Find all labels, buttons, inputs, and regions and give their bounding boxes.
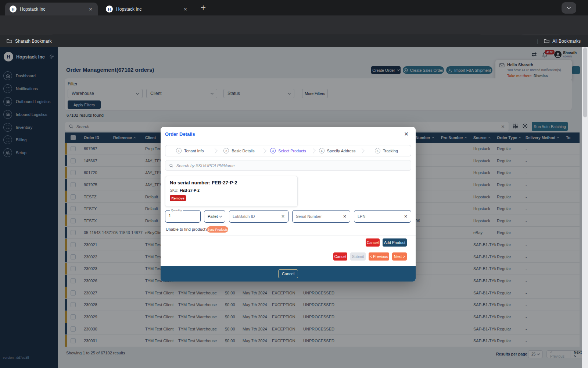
previous-step-button[interactable]: < Previous (369, 252, 389, 261)
chevron-down-icon (567, 7, 571, 10)
uom-value: Pallet (208, 214, 218, 219)
step-label: Specify Address (327, 149, 355, 153)
divider (161, 250, 416, 250)
quantity-label: Quantity (170, 209, 183, 212)
tab-title: Hopstack Inc (20, 7, 87, 12)
footer-cancel-button[interactable]: Cancel (278, 269, 298, 278)
divider (161, 141, 416, 141)
product-sku-row: SKU:FEB-27-P-2 (170, 188, 200, 192)
page-scrollbar[interactable] (582, 47, 588, 368)
sync-products-button[interactable]: Sync Products (207, 226, 228, 233)
close-icon[interactable]: × (404, 130, 409, 137)
step-number: 2 (223, 148, 229, 153)
step-number: 3 (270, 148, 276, 153)
quantity-field[interactable]: Quantity 1 (165, 209, 201, 223)
unable-to-find-text: Unable to find product? (166, 227, 208, 231)
sku-value: FEB-27-P-2 (180, 188, 199, 192)
bookmark-item[interactable]: Sharath Bookmark (15, 39, 51, 44)
clear-field-icon[interactable]: × (343, 214, 347, 219)
wizard-step[interactable]: 1 Tenant Info (165, 145, 215, 156)
serial-number-input[interactable]: Serial Number × (292, 210, 350, 223)
serial-number-placeholder: Serial Number (296, 214, 343, 219)
step-label: Select Products (278, 149, 306, 153)
tab-search-chevron-button[interactable] (562, 2, 576, 14)
wizard-step[interactable]: 5 Tracking (362, 145, 411, 156)
remove-product-button[interactable]: Remove (170, 195, 186, 201)
wizard-step[interactable]: 4 Specify Address (313, 145, 362, 156)
selected-product-card: No serial number: FEB-27-P-2 SKU:FEB-27-… (165, 176, 298, 207)
wizard-step[interactable]: 3 Select Products (263, 145, 313, 156)
order-details-modal: Order Details × 1 Tenant Info 2 Basic De… (161, 127, 416, 282)
step-number: 4 (319, 148, 325, 153)
bookmarks-divider: | (537, 38, 538, 44)
tab-close-icon[interactable]: × (182, 6, 189, 12)
bookmarks-bar: Sharath Bookmark | All Bookmarks (0, 35, 588, 47)
page-content: H Hopstack Inc Dashboard (0, 47, 588, 368)
hopstack-favicon: H (106, 6, 113, 13)
step-label: Tracking (383, 149, 398, 153)
modal-footer-bar: Cancel (161, 266, 416, 282)
tab-title: Hopstack Inc (116, 7, 182, 12)
chevron-down-icon (219, 214, 222, 217)
cancel-wizard-button[interactable]: Cancel (333, 252, 347, 261)
quantity-value: 1 (169, 213, 171, 218)
hopstack-favicon: H (10, 6, 17, 13)
folder-icon (544, 39, 549, 43)
screen: H Hopstack Inc × H Hopstack Inc × + ← → … (0, 0, 588, 368)
step-number: 1 (176, 148, 182, 153)
scrollbar-thumb[interactable] (583, 47, 587, 117)
product-title: No serial number: FEB-27-P-2 (170, 180, 237, 185)
cancel-product-button[interactable]: Cancel (366, 238, 380, 247)
lot-batch-input[interactable]: Lot/Batch ID × (229, 210, 288, 223)
wizard-step[interactable]: 2 Basic Details (215, 145, 264, 156)
step-label: Basic Details (232, 149, 254, 153)
next-step-button[interactable]: Next > (392, 252, 407, 261)
clear-field-icon[interactable]: × (404, 214, 408, 219)
divider (161, 236, 416, 236)
clear-field-icon[interactable]: × (281, 214, 285, 219)
product-search-placeholder: Search by SKU/UPC/LPN/Name (176, 163, 234, 168)
browser-toolbar: ← → uat.hopstack.io/orders/ ☆ Incognito … (0, 15, 588, 35)
uom-select[interactable]: Pallet (204, 210, 225, 223)
browser-tab-1[interactable]: H Hopstack Inc × (5, 3, 98, 15)
submit-button[interactable]: Submit (350, 252, 366, 261)
lpn-input[interactable]: LPN × (354, 210, 411, 223)
browser-tab-strip: H Hopstack Inc × H Hopstack Inc × + (0, 0, 588, 15)
tab-close-icon[interactable]: × (87, 6, 94, 12)
lot-batch-placeholder: Lot/Batch ID (233, 214, 281, 219)
new-tab-button[interactable]: + (200, 3, 206, 11)
lpn-placeholder: LPN (358, 214, 404, 219)
browser-tab-2[interactable]: H Hopstack Inc × (101, 3, 193, 15)
step-number: 5 (375, 148, 380, 153)
all-bookmarks-button[interactable]: All Bookmarks (552, 39, 581, 44)
wizard-stepper: 1 Tenant Info 2 Basic Details 3 Select P… (165, 145, 411, 156)
step-label: Tenant Info (184, 149, 204, 153)
modal-title: Order Details (165, 131, 195, 137)
search-icon (169, 163, 173, 168)
folder-icon (7, 39, 12, 43)
add-product-button[interactable]: Add Product (383, 238, 407, 247)
sku-label: SKU: (170, 188, 178, 192)
product-search-input[interactable]: Search by SKU/UPC/LPN/Name (165, 160, 411, 171)
